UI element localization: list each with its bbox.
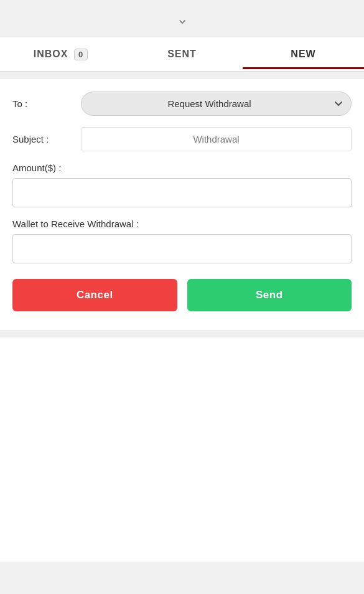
amount-section: Amount($) :	[12, 163, 352, 207]
tab-sent[interactable]: SENT	[121, 39, 243, 69]
wallet-section: Wallet to Receive Withdrawal :	[12, 219, 352, 263]
to-label: To :	[12, 98, 81, 109]
to-select[interactable]: Request Withdrawal	[81, 92, 352, 116]
tab-inbox-label: INBOX	[34, 49, 68, 59]
button-row: Cancel Send	[12, 279, 352, 311]
tab-inbox[interactable]: INBOX 0	[0, 39, 121, 70]
tab-bar: INBOX 0 SENT NEW	[0, 37, 364, 72]
send-button[interactable]: Send	[187, 279, 352, 311]
subject-input[interactable]	[81, 127, 352, 151]
bottom-area	[0, 337, 364, 562]
subject-label: Subject :	[12, 134, 81, 144]
to-row: To : Request Withdrawal	[12, 92, 352, 116]
amount-input[interactable]	[12, 178, 352, 207]
tab-new-label: NEW	[291, 49, 315, 59]
inbox-badge: 0	[74, 49, 88, 60]
wallet-input[interactable]	[12, 234, 352, 263]
chevron-down-icon[interactable]: ⌄	[176, 10, 189, 27]
tab-sent-label: SENT	[167, 49, 197, 59]
wallet-label: Wallet to Receive Withdrawal :	[12, 219, 352, 229]
form-container: To : Request Withdrawal Subject : Amount…	[0, 79, 364, 330]
tab-new[interactable]: NEW	[243, 39, 364, 69]
amount-label: Amount($) :	[12, 163, 352, 173]
cancel-button[interactable]: Cancel	[12, 279, 177, 311]
subject-row: Subject :	[12, 127, 352, 151]
top-bar: ⌄	[0, 0, 364, 37]
